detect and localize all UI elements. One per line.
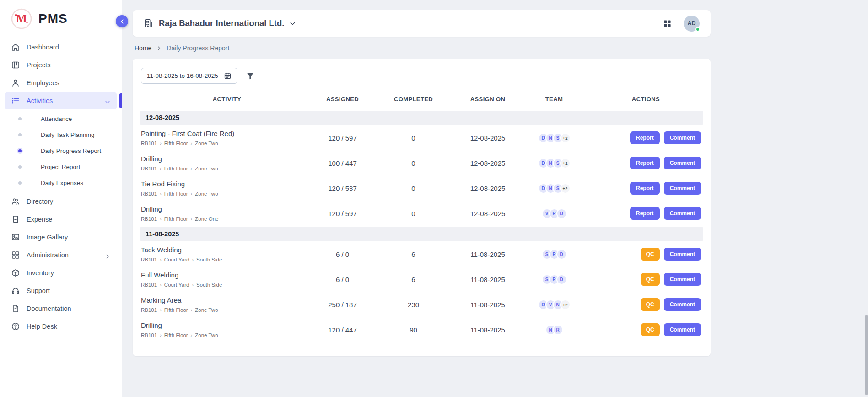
sidebar-item-directory[interactable]: Directory — [5, 193, 117, 210]
report-button[interactable]: Report — [630, 157, 660, 169]
sidebar-item-expense[interactable]: Expense — [5, 211, 117, 228]
online-status-dot — [695, 27, 700, 32]
chevron-right-icon: › — [160, 257, 162, 262]
chevron-right-icon: › — [160, 307, 162, 313]
completed-value: 90 — [371, 326, 456, 334]
path-segment: RB101 — [141, 166, 157, 171]
sidebar-item-inventory[interactable]: Inventory — [5, 264, 117, 282]
sidebar-item-image-gallary[interactable]: Image Gallary — [5, 228, 117, 246]
chevron-right-icon: › — [191, 307, 193, 313]
assign-on-value: 12-08-2025 — [456, 185, 520, 192]
activity-cell: Tie Rod FixingRB101›Fifth Floor›Zone Two — [140, 180, 314, 196]
path-segment: Zone Two — [195, 191, 218, 196]
activity-path: RB101›Fifth Floor›Zone Two — [141, 332, 314, 338]
app-grid-icon[interactable] — [663, 19, 672, 28]
sidebar-item-documentation[interactable]: Documentation — [5, 300, 117, 317]
comment-button[interactable]: Comment — [664, 323, 701, 336]
team-extra-badge[interactable]: +2 — [560, 299, 571, 310]
sidebar-item-help-desk[interactable]: Help Desk — [5, 318, 117, 335]
sidebar-item-administration[interactable]: Administration — [5, 246, 117, 264]
team-avatar[interactable]: D — [556, 249, 567, 260]
sidebar-item-employees[interactable]: Employees — [5, 74, 117, 92]
support-icon — [11, 286, 20, 295]
comment-button[interactable]: Comment — [664, 131, 701, 144]
report-button[interactable]: Report — [630, 182, 660, 195]
path-segment: RB101 — [141, 307, 157, 313]
sidebar-item-dashboard[interactable]: Dashboard — [5, 38, 117, 56]
team-avatar[interactable]: D — [556, 274, 567, 285]
table-row: Marking AreaRB101›Fifth Floor›Zone Two25… — [140, 292, 703, 317]
comment-button[interactable]: Comment — [664, 298, 701, 311]
comment-button[interactable]: Comment — [664, 157, 701, 169]
assigned-value: 120 / 537 — [314, 185, 371, 192]
sidebar-item-support[interactable]: Support — [5, 282, 117, 299]
page-scrollbar[interactable] — [865, 315, 868, 395]
team-extra-badge[interactable]: +2 — [560, 183, 571, 194]
sidebar-subitem-daily-progress-report[interactable]: Daily Progress Report — [5, 143, 117, 159]
completed-value: 0 — [371, 185, 456, 192]
assign-on-value: 11-08-2025 — [456, 301, 520, 309]
qc-button[interactable]: QC — [641, 298, 660, 311]
team-avatars: DVN+2 — [520, 299, 588, 310]
sidebar-item-label: Administration — [27, 251, 69, 259]
chevron-right-icon — [104, 252, 111, 258]
company-selector[interactable]: Raja Bahadur International Ltd. — [144, 18, 296, 28]
bullet-dot-icon — [18, 149, 22, 152]
activity-path: RB101›Fifth Floor›Zone One — [141, 216, 314, 222]
chevron-right-icon — [156, 45, 162, 51]
sidebar-subitem-attendance[interactable]: Attendance — [5, 111, 117, 127]
calendar-icon[interactable] — [224, 72, 232, 80]
sidebar-subitem-project-report[interactable]: Project Report — [5, 159, 117, 175]
sidebar-item-projects[interactable]: Projects — [5, 56, 117, 74]
activity-name: Tack Welding — [141, 246, 314, 254]
chevron-right-icon: › — [160, 332, 162, 338]
date-range-picker[interactable] — [141, 68, 237, 84]
user-avatar[interactable]: AD — [684, 16, 700, 32]
path-segment: RB101 — [141, 216, 157, 222]
sidebar-collapse-button[interactable] — [116, 15, 128, 27]
team-avatar[interactable]: R — [553, 325, 563, 335]
team-avatars: SRD — [520, 249, 588, 260]
sidebar-item-label: Projects — [27, 61, 50, 69]
sidebar-subitem-daily-task-planning[interactable]: Daily Task Planning — [5, 127, 117, 143]
date-range-input[interactable] — [147, 72, 219, 79]
path-segment: Zone Two — [195, 141, 218, 146]
comment-button[interactable]: Comment — [664, 273, 701, 286]
qc-button[interactable]: QC — [641, 273, 660, 286]
table-row: Tie Rod FixingRB101›Fifth Floor›Zone Two… — [140, 176, 703, 201]
comment-button[interactable]: Comment — [664, 248, 701, 261]
sidebar-subitem-label: Daily Progress Report — [41, 147, 101, 154]
completed-value: 0 — [371, 159, 456, 167]
sidebar-subitem-daily-expenses[interactable]: Daily Expenses — [5, 175, 117, 191]
team-avatars: DNS+2 — [520, 183, 588, 194]
breadcrumb-home[interactable]: Home — [135, 44, 151, 52]
comment-button[interactable]: Comment — [664, 207, 701, 220]
employees-icon — [11, 78, 20, 87]
report-button[interactable]: Report — [630, 207, 660, 220]
qc-button[interactable]: QC — [641, 323, 660, 336]
activity-cell: Full WeldingRB101›Court Yard›South Side — [140, 271, 314, 288]
comment-button[interactable]: Comment — [664, 182, 701, 195]
qc-button[interactable]: QC — [641, 248, 660, 261]
team-avatars: NR — [520, 325, 588, 335]
activity-cell: DrillingRB101›Fifth Floor›Zone Two — [140, 155, 314, 171]
activity-name: Painting - First Coat (Fire Red) — [141, 130, 314, 137]
administration-icon — [11, 250, 20, 260]
sidebar-item-activities[interactable]: Activities — [5, 92, 117, 109]
table-row: Tack WeldingRB101›Court Yard›South Side6… — [140, 242, 703, 267]
completed-value: 6 — [371, 276, 456, 283]
team-extra-badge[interactable]: +2 — [560, 158, 571, 169]
table-row: Full WeldingRB101›Court Yard›South Side6… — [140, 267, 703, 292]
completed-value: 6 — [371, 250, 456, 258]
filter-row — [141, 68, 703, 84]
path-segment: Zone Two — [195, 332, 218, 338]
chevron-right-icon: › — [191, 332, 193, 338]
team-extra-badge[interactable]: +2 — [560, 133, 571, 143]
assigned-value: 100 / 447 — [314, 159, 371, 167]
assign-on-value: 11-08-2025 — [456, 276, 520, 283]
report-button[interactable]: Report — [630, 131, 660, 144]
documentation-icon — [11, 304, 20, 313]
filter-funnel-icon[interactable] — [246, 71, 255, 81]
avatar-initials: AD — [687, 20, 695, 27]
team-avatar[interactable]: D — [556, 208, 567, 219]
